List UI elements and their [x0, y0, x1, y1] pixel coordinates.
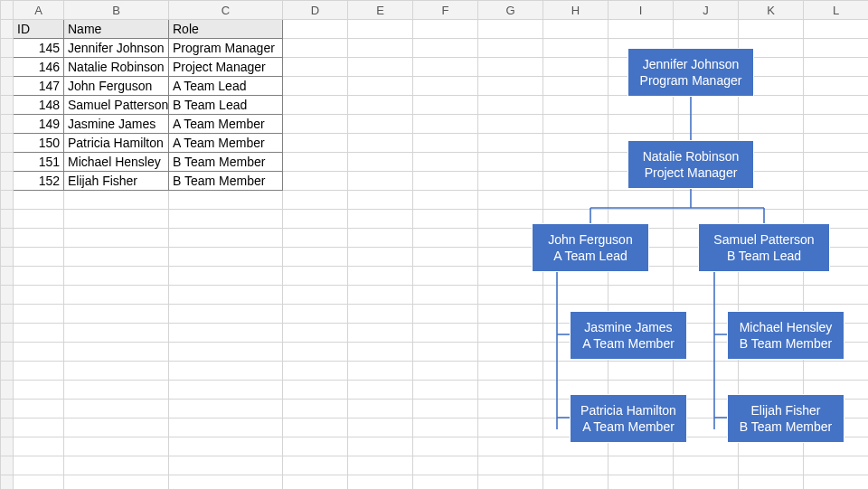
cell[interactable] [804, 153, 869, 172]
col-header[interactable]: L [804, 1, 869, 20]
cell[interactable] [609, 115, 674, 134]
cell[interactable] [609, 96, 674, 115]
cell[interactable] [413, 96, 478, 115]
cell-id[interactable]: 148 [14, 96, 64, 115]
col-header[interactable]: G [478, 1, 543, 20]
cell[interactable] [543, 58, 609, 77]
cell[interactable] [804, 77, 869, 96]
org-node-project-manager[interactable]: Natalie Robinson Project Manager [627, 140, 754, 189]
row-header[interactable] [1, 153, 14, 172]
row-header[interactable] [1, 115, 14, 134]
cell[interactable] [348, 115, 413, 134]
cell[interactable] [739, 96, 804, 115]
cell[interactable] [283, 39, 348, 58]
cell[interactable] [543, 115, 609, 134]
cell-name[interactable]: Samuel Patterson [64, 96, 169, 115]
cell[interactable] [283, 77, 348, 96]
row-header[interactable] [1, 172, 14, 191]
cell[interactable] [478, 77, 543, 96]
cell[interactable] [478, 20, 543, 39]
cell-id[interactable]: 152 [14, 172, 64, 191]
cell[interactable] [543, 39, 609, 58]
row-header[interactable] [1, 20, 14, 39]
cell[interactable] [543, 77, 609, 96]
org-node-a-team-member[interactable]: Patricia Hamilton A Team Member [570, 394, 687, 443]
cell[interactable] [543, 20, 609, 39]
cell-name[interactable]: Jennifer Johnson [64, 39, 169, 58]
row-header[interactable] [1, 58, 14, 77]
cell[interactable] [348, 172, 413, 191]
cell[interactable] [348, 96, 413, 115]
cell-role[interactable]: A Team Member [169, 134, 283, 153]
cell[interactable] [609, 20, 674, 39]
row-header[interactable] [1, 96, 14, 115]
cell[interactable] [804, 172, 869, 191]
cell-role[interactable]: B Team Member [169, 172, 283, 191]
org-node-a-team-lead[interactable]: John Ferguson A Team Lead [532, 223, 649, 272]
cell[interactable] [283, 172, 348, 191]
cell[interactable] [739, 115, 804, 134]
cell[interactable]: Name [64, 20, 169, 39]
cell-id[interactable]: 149 [14, 115, 64, 134]
cell-id[interactable]: 145 [14, 39, 64, 58]
cell[interactable] [478, 172, 543, 191]
cell[interactable] [413, 153, 478, 172]
cell[interactable] [674, 20, 739, 39]
cell[interactable] [348, 134, 413, 153]
cell[interactable] [478, 115, 543, 134]
row-header[interactable] [1, 134, 14, 153]
cell[interactable]: ID [14, 20, 64, 39]
cell[interactable] [543, 134, 609, 153]
org-node-b-team-lead[interactable]: Samuel Patterson B Team Lead [698, 223, 830, 272]
cell[interactable] [478, 58, 543, 77]
org-node-a-team-member[interactable]: Jasmine James A Team Member [570, 311, 687, 360]
cell[interactable] [478, 153, 543, 172]
col-header[interactable]: C [169, 1, 283, 20]
cell[interactable] [543, 153, 609, 172]
cell[interactable]: Role [169, 20, 283, 39]
cell[interactable] [804, 39, 869, 58]
cell[interactable] [739, 20, 804, 39]
cell[interactable] [804, 134, 869, 153]
cell-name[interactable]: Michael Hensley [64, 153, 169, 172]
cell[interactable] [543, 172, 609, 191]
col-header[interactable]: E [348, 1, 413, 20]
col-header[interactable]: B [64, 1, 169, 20]
cell-name[interactable]: John Ferguson [64, 77, 169, 96]
cell[interactable] [283, 115, 348, 134]
cell-role[interactable]: B Team Lead [169, 96, 283, 115]
cell[interactable] [413, 134, 478, 153]
cell-role[interactable]: Project Manager [169, 58, 283, 77]
cell[interactable] [674, 115, 739, 134]
cell-name[interactable]: Natalie Robinson [64, 58, 169, 77]
row-header[interactable] [1, 39, 14, 58]
select-all-corner[interactable] [1, 1, 14, 20]
cell[interactable] [413, 39, 478, 58]
cell-id[interactable]: 147 [14, 77, 64, 96]
cell[interactable] [478, 96, 543, 115]
col-header[interactable]: K [739, 1, 804, 20]
col-header[interactable]: F [413, 1, 478, 20]
cell[interactable] [543, 96, 609, 115]
cell[interactable] [348, 39, 413, 58]
cell-name[interactable]: Jasmine James [64, 115, 169, 134]
col-header[interactable]: D [283, 1, 348, 20]
cell[interactable] [804, 96, 869, 115]
cell[interactable] [804, 58, 869, 77]
cell-name[interactable]: Elijah Fisher [64, 172, 169, 191]
cell[interactable] [283, 58, 348, 77]
cell-role[interactable]: A Team Member [169, 115, 283, 134]
cell-id[interactable]: 150 [14, 134, 64, 153]
cell-id[interactable]: 146 [14, 58, 64, 77]
cell[interactable] [478, 134, 543, 153]
cell[interactable] [348, 153, 413, 172]
col-header[interactable]: I [609, 1, 674, 20]
org-node-program-manager[interactable]: Jennifer Johnson Program Manager [627, 48, 754, 97]
org-node-b-team-member[interactable]: Elijah Fisher B Team Member [727, 394, 844, 443]
cell-role[interactable]: A Team Lead [169, 77, 283, 96]
cell[interactable] [283, 96, 348, 115]
cell-name[interactable]: Patricia Hamilton [64, 134, 169, 153]
cell[interactable] [413, 172, 478, 191]
cell-role[interactable]: Program Manager [169, 39, 283, 58]
col-header[interactable]: J [674, 1, 739, 20]
